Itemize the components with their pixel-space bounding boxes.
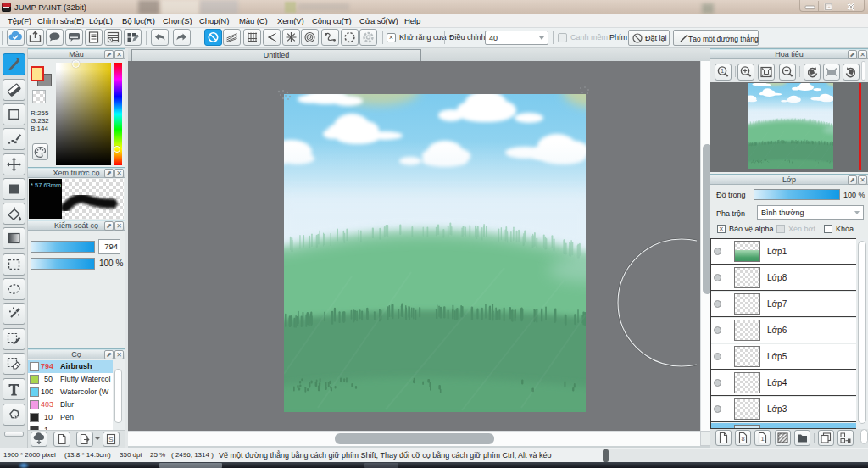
svg-text:1: 1 [760, 435, 764, 443]
svg-text:S: S [108, 436, 113, 443]
svg-text:8: 8 [741, 435, 744, 443]
svg-text:1: 1 [721, 67, 724, 75]
